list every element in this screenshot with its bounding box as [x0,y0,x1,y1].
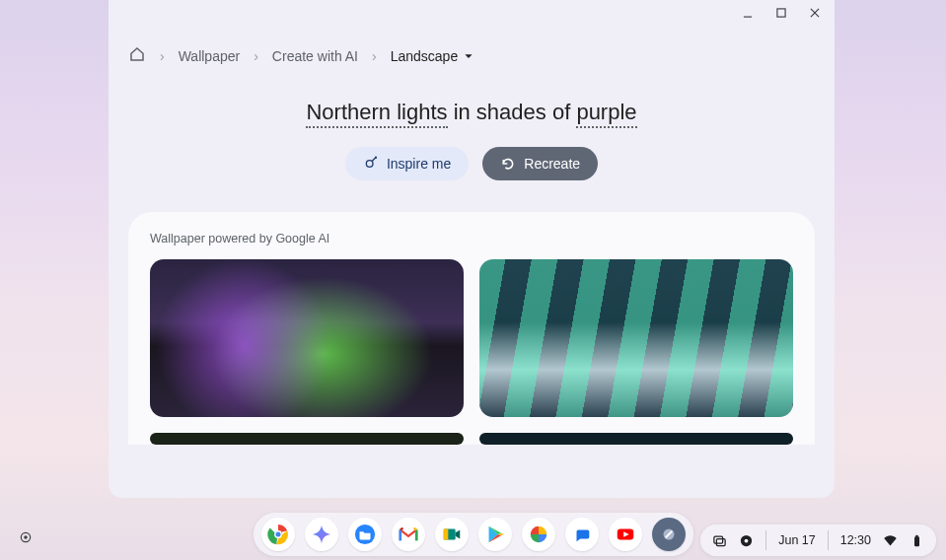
chrome-app-icon[interactable] [261,518,295,551]
svg-point-4 [366,161,373,168]
results-grid [150,259,793,445]
gmail-app-icon[interactable] [392,518,425,551]
prompt-color[interactable]: purple [576,100,636,128]
breadcrumb: › Wallpaper › Create with AI › Landscape [128,45,815,66]
svg-rect-1 [777,9,785,17]
chevron-down-icon [464,48,473,64]
window-content: › Wallpaper › Create with AI › Landscape… [109,26,835,445]
prompt-subject[interactable]: Northern lights [306,100,447,128]
meet-app-icon[interactable] [435,518,469,551]
wifi-icon[interactable] [883,533,898,548]
svg-rect-14 [443,529,448,540]
wallpaper-result-3[interactable] [150,433,464,445]
inspire-me-button[interactable]: Inspire me [345,147,469,180]
panel-caption: Wallpaper powered by Google AI [150,232,793,245]
prompt-connector: in shades of [448,100,577,124]
app-tray [254,513,693,556]
play-store-app-icon[interactable] [478,518,512,551]
quick-settings-button[interactable] [739,533,754,548]
photos-app-icon[interactable] [522,518,555,551]
gemini-app-icon[interactable] [305,518,338,551]
recreate-button[interactable]: Recreate [482,147,598,180]
tray-divider [765,530,766,550]
wallpaper-result-1[interactable] [150,259,464,417]
close-button[interactable] [807,5,823,21]
wallpaper-creator-window: › Wallpaper › Create with AI › Landscape… [109,0,835,498]
wallpaper-result-2[interactable] [479,259,793,417]
files-app-icon[interactable] [348,518,382,551]
messages-app-icon[interactable] [565,518,599,551]
window-titlebar [109,0,835,26]
svg-point-7 [24,535,28,539]
svg-rect-18 [714,536,723,543]
canvas-app-icon[interactable] [652,518,686,551]
battery-icon[interactable] [910,533,924,548]
tray-time[interactable]: 12:30 [840,533,871,547]
breadcrumb-create-with-ai[interactable]: Create with AI [272,48,358,64]
overview-button[interactable] [712,533,727,548]
system-tray[interactable]: Jun 17 12:30 [700,525,936,556]
breadcrumb-landscape-dropdown[interactable]: Landscape [391,48,474,64]
svg-point-10 [274,531,280,537]
breadcrumb-wallpaper[interactable]: Wallpaper [179,48,241,64]
chevron-right-icon: › [372,48,377,64]
chevron-right-icon: › [254,48,258,64]
recreate-label: Recreate [524,156,580,172]
tray-divider [828,530,829,550]
prompt-area: Northern lights in shades of purple Insp… [128,100,815,180]
svg-rect-19 [717,538,726,545]
svg-point-21 [745,538,749,542]
prompt-actions: Inspire me Recreate [128,147,815,180]
wallpaper-result-4[interactable] [479,433,793,445]
maximize-button[interactable] [773,5,789,21]
results-panel: Wallpaper powered by Google AI [128,212,815,445]
svg-rect-22 [914,536,919,546]
chevron-right-icon: › [160,48,165,64]
sparkle-icon [363,156,379,172]
svg-rect-23 [915,534,918,536]
minimize-button[interactable] [740,5,756,21]
breadcrumb-active-label: Landscape [391,48,459,64]
inspire-me-label: Inspire me [387,156,451,172]
launcher-button[interactable] [14,525,37,549]
refresh-icon [500,156,516,172]
home-icon[interactable] [128,45,146,66]
youtube-app-icon[interactable] [609,518,642,551]
prompt-text[interactable]: Northern lights in shades of purple [306,100,636,125]
tray-date[interactable]: Jun 17 [778,533,816,547]
